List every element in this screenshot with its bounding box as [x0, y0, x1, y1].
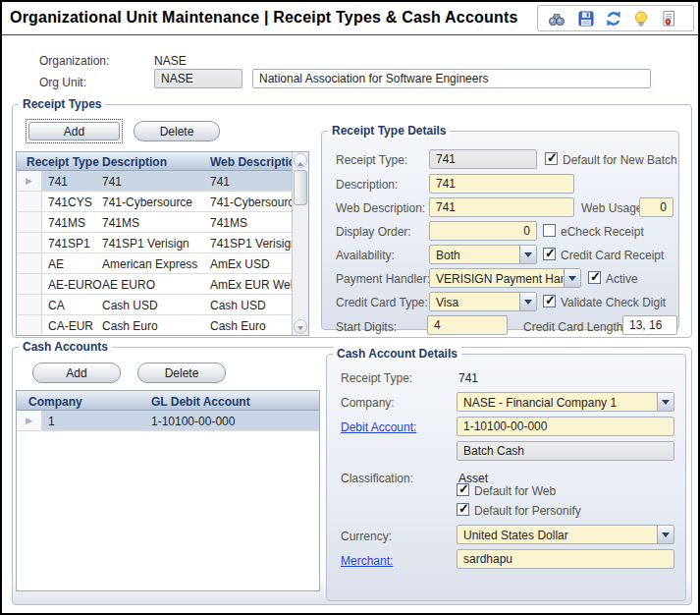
- row-selector: [17, 212, 42, 232]
- cell-web-description: Cash USD: [210, 299, 266, 312]
- credit-card-type-value: Visa: [436, 296, 518, 309]
- chevron-down-icon[interactable]: [519, 246, 536, 263]
- web-usage-field[interactable]: [639, 197, 673, 217]
- availability-label: Availability:: [336, 249, 395, 262]
- display-order-label: Display Order:: [336, 225, 411, 239]
- row-selector: [17, 315, 42, 335]
- cash-add-button[interactable]: Add: [32, 363, 121, 383]
- scroll-down-icon[interactable]: [294, 319, 307, 334]
- receipt-add-button[interactable]: Add: [28, 122, 120, 140]
- organization-label: Organization:: [39, 54, 109, 68]
- payment-handler-dropdown[interactable]: VERISIGN Payment Handle: [429, 268, 581, 288]
- row-selector: [17, 233, 42, 252]
- col-description[interactable]: Description: [102, 155, 167, 169]
- active-label: Active: [606, 272, 638, 286]
- company-dropdown[interactable]: NASE - Financial Company 1: [457, 392, 674, 412]
- debit-account-link[interactable]: Debit Account:: [341, 420, 416, 434]
- table-row[interactable]: 741MS 741MS 741MS: [17, 212, 292, 233]
- col-receipt-type[interactable]: Receipt Type: [27, 155, 99, 169]
- scroll-up-icon[interactable]: [294, 153, 307, 168]
- cell-receipt-type: 741CYS: [48, 196, 92, 209]
- pdf-report-icon[interactable]: [660, 10, 677, 28]
- cell-description: 741-Cybersource: [102, 196, 192, 209]
- debit-account-field[interactable]: [457, 417, 674, 436]
- title-divider: [2, 34, 698, 35]
- col-gl-debit-account[interactable]: GL Debit Account: [151, 395, 250, 409]
- credit-card-length-field[interactable]: [622, 315, 677, 335]
- find-binoculars-icon[interactable]: [548, 10, 565, 28]
- cell-web-description: 741-Cybersource: [210, 196, 300, 209]
- start-digits-field[interactable]: [427, 315, 508, 335]
- table-row[interactable]: 741CYS 741-Cybersource 741-Cybersource: [17, 192, 292, 212]
- validate-check-digit-checkbox[interactable]: [543, 295, 556, 308]
- credit-card-receipt-checkbox[interactable]: [543, 248, 556, 260]
- start-digits-label: Start Digits:: [336, 320, 397, 334]
- default-for-web-checkbox[interactable]: [457, 483, 469, 496]
- credit-card-length-label: Credit Card Length:: [523, 320, 626, 334]
- cell-description: Cash Euro: [102, 319, 158, 333]
- cell-receipt-type: CA-EUR: [48, 319, 93, 333]
- table-row[interactable]: ▶ 1 1-10100-00-000: [17, 411, 319, 431]
- credit-card-type-dropdown[interactable]: Visa: [429, 292, 537, 311]
- receipt-add-focus-ring: Add: [26, 119, 123, 143]
- org-unit-name-field[interactable]: [252, 69, 651, 88]
- credit-card-receipt-label: Credit Card Receipt: [561, 249, 664, 262]
- table-row[interactable]: CA Cash USD Cash USD: [17, 295, 292, 315]
- table-row[interactable]: CA-EUR Cash Euro Cash Euro: [17, 315, 292, 336]
- cell-web-description: Cash Euro: [210, 319, 266, 333]
- table-row[interactable]: ▶ 741 741 741: [17, 171, 292, 192]
- chevron-down-icon[interactable]: [657, 393, 673, 411]
- scrollbar-thumb[interactable]: [294, 170, 307, 205]
- default-new-batch-checkbox[interactable]: [545, 152, 558, 165]
- availability-dropdown[interactable]: Both: [429, 245, 537, 264]
- currency-dropdown[interactable]: United States Dollar: [457, 525, 674, 544]
- col-web-description[interactable]: Web Description: [210, 155, 302, 169]
- receipt-grid-scrollbar[interactable]: [292, 152, 308, 335]
- receipt-types-group-label: Receipt Types: [19, 97, 105, 111]
- chevron-down-icon[interactable]: [657, 526, 673, 543]
- default-new-batch-label: Default for New Batch: [563, 153, 677, 167]
- cell-description: 741MS: [102, 216, 139, 230]
- availability-value: Both: [436, 249, 518, 262]
- payment-handler-value: VERISIGN Payment Handle: [436, 272, 563, 286]
- validate-check-digit-label: Validate Check Digit: [561, 296, 666, 309]
- debit-account-name-field[interactable]: [457, 441, 674, 461]
- receipt-delete-button[interactable]: Delete: [134, 121, 220, 141]
- organization-value: NASE: [154, 54, 187, 68]
- default-for-personify-checkbox[interactable]: [457, 503, 469, 516]
- display-order-field[interactable]: [429, 221, 537, 241]
- description-field[interactable]: [429, 174, 574, 194]
- row-selector: [17, 253, 42, 273]
- cell-web-description: AmEx USD: [210, 257, 270, 271]
- credit-card-type-label: Credit Card Type:: [336, 296, 428, 309]
- merchant-field[interactable]: [457, 549, 674, 569]
- org-unit-label: Org Unit:: [39, 76, 86, 89]
- ca-receipt-type-label: Receipt Type:: [341, 371, 412, 385]
- org-unit-code-field[interactable]: [154, 69, 242, 88]
- receipt-type-field[interactable]: [429, 149, 537, 169]
- row-selector-arrow: ▶: [17, 171, 42, 191]
- col-company[interactable]: Company: [28, 395, 82, 409]
- table-row[interactable]: AE-EURO AE EURO AmEx EUR Web (V: [17, 274, 292, 295]
- save-icon[interactable]: [577, 10, 595, 28]
- echeck-receipt-checkbox[interactable]: [543, 224, 556, 237]
- chevron-down-icon[interactable]: [564, 269, 580, 287]
- row-selector: [17, 192, 42, 211]
- merchant-link[interactable]: Merchant:: [341, 554, 393, 568]
- table-row[interactable]: AE American Express AmEx USD: [17, 253, 292, 274]
- receipt-type-details-label: Receipt Type Details: [328, 124, 450, 138]
- cell-receipt-type: 741MS: [48, 216, 85, 230]
- cash-delete-button[interactable]: Delete: [137, 363, 226, 383]
- web-description-field[interactable]: [429, 197, 574, 217]
- receipt-grid-body: ▶ 741 741 741 741CYS 741-Cybersource 741…: [17, 171, 292, 335]
- page-title: Organizational Unit Maintenance | Receip…: [10, 9, 518, 27]
- table-row[interactable]: 741SP1 741SP1 Verisign 741SP1 Verisign: [17, 233, 292, 253]
- active-checkbox[interactable]: [588, 271, 601, 284]
- description-label: Description:: [336, 178, 398, 192]
- cell-receipt-type: AE: [48, 257, 64, 271]
- refresh-icon[interactable]: [605, 10, 622, 28]
- lightbulb-tip-icon[interactable]: [632, 10, 650, 28]
- chevron-down-icon[interactable]: [519, 293, 536, 310]
- cell-receipt-type: CA: [48, 299, 65, 312]
- cell-receipt-type: 741SP1: [48, 237, 90, 251]
